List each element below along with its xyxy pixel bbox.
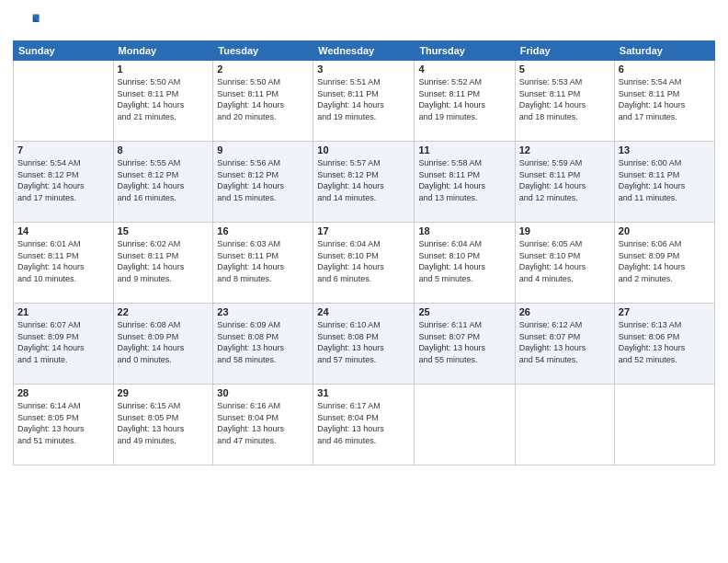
day-number: 12	[519, 144, 610, 155]
day-number: 14	[17, 225, 109, 236]
day-number: 26	[519, 306, 610, 317]
day-number: 3	[317, 63, 410, 75]
calendar-cell: 30Sunrise: 6:16 AMSunset: 8:04 PMDayligh…	[213, 385, 313, 465]
calendar-cell: 21Sunrise: 6:07 AMSunset: 8:09 PMDayligh…	[14, 304, 114, 385]
day-info: Sunrise: 6:01 AMSunset: 8:11 PMDaylight:…	[17, 238, 109, 284]
day-number: 5	[519, 63, 610, 75]
weekday-header-wednesday: Wednesday	[313, 41, 415, 61]
calendar-cell: 18Sunrise: 6:04 AMSunset: 8:10 PMDayligh…	[415, 223, 515, 304]
calendar-cell	[614, 385, 714, 465]
calendar-cell: 8Sunrise: 5:55 AMSunset: 8:12 PMDaylight…	[113, 142, 213, 223]
calendar-cell: 3Sunrise: 5:51 AMSunset: 8:11 PMDaylight…	[313, 61, 415, 142]
day-number: 1	[118, 63, 210, 75]
calendar-cell: 13Sunrise: 6:00 AMSunset: 8:11 PMDayligh…	[614, 142, 714, 223]
calendar-cell: 17Sunrise: 6:04 AMSunset: 8:10 PMDayligh…	[313, 223, 415, 304]
day-number: 10	[317, 144, 410, 155]
day-info: Sunrise: 5:58 AMSunset: 8:11 PMDaylight:…	[418, 157, 510, 203]
calendar-cell: 2Sunrise: 5:50 AMSunset: 8:11 PMDaylight…	[213, 61, 313, 142]
calendar-cell: 10Sunrise: 5:57 AMSunset: 8:12 PMDayligh…	[313, 142, 415, 223]
day-number: 24	[317, 306, 410, 317]
calendar-table: SundayMondayTuesdayWednesdayThursdayFrid…	[13, 40, 715, 465]
day-number: 18	[418, 225, 510, 236]
day-info: Sunrise: 6:06 AMSunset: 8:09 PMDaylight:…	[619, 238, 711, 284]
day-number: 6	[619, 63, 711, 75]
calendar-cell	[14, 61, 114, 142]
day-number: 25	[418, 306, 510, 317]
calendar-cell: 9Sunrise: 5:56 AMSunset: 8:12 PMDaylight…	[213, 142, 313, 223]
day-number: 29	[118, 387, 210, 398]
day-info: Sunrise: 5:54 AMSunset: 8:12 PMDaylight:…	[17, 157, 109, 203]
calendar-cell: 27Sunrise: 6:13 AMSunset: 8:06 PMDayligh…	[614, 304, 714, 385]
calendar-cell: 4Sunrise: 5:52 AMSunset: 8:11 PMDaylight…	[415, 61, 515, 142]
day-number: 21	[17, 306, 109, 317]
day-number: 30	[217, 387, 309, 398]
weekday-header-row: SundayMondayTuesdayWednesdayThursdayFrid…	[14, 41, 715, 61]
day-number: 20	[619, 225, 711, 236]
calendar-cell: 14Sunrise: 6:01 AMSunset: 8:11 PMDayligh…	[14, 223, 114, 304]
calendar-cell: 20Sunrise: 6:06 AMSunset: 8:09 PMDayligh…	[614, 223, 714, 304]
day-info: Sunrise: 6:17 AMSunset: 8:04 PMDaylight:…	[317, 400, 410, 446]
calendar-header: SundayMondayTuesdayWednesdayThursdayFrid…	[14, 41, 715, 61]
calendar-cell: 1Sunrise: 5:50 AMSunset: 8:11 PMDaylight…	[113, 61, 213, 142]
weekday-header-sunday: Sunday	[14, 41, 114, 61]
calendar-week-row: 14Sunrise: 6:01 AMSunset: 8:11 PMDayligh…	[14, 223, 715, 304]
calendar-cell: 23Sunrise: 6:09 AMSunset: 8:08 PMDayligh…	[213, 304, 313, 385]
day-number: 8	[118, 144, 210, 155]
day-info: Sunrise: 5:59 AMSunset: 8:11 PMDaylight:…	[519, 157, 610, 203]
calendar-cell	[515, 385, 614, 465]
day-info: Sunrise: 6:05 AMSunset: 8:10 PMDaylight:…	[519, 238, 610, 284]
day-info: Sunrise: 5:57 AMSunset: 8:12 PMDaylight:…	[317, 157, 410, 203]
day-number: 2	[217, 63, 309, 75]
day-info: Sunrise: 6:02 AMSunset: 8:11 PMDaylight:…	[118, 238, 210, 284]
day-info: Sunrise: 6:15 AMSunset: 8:05 PMDaylight:…	[118, 400, 210, 446]
day-number: 17	[317, 225, 410, 236]
calendar-week-row: 7Sunrise: 5:54 AMSunset: 8:12 PMDaylight…	[14, 142, 715, 223]
day-info: Sunrise: 6:12 AMSunset: 8:07 PMDaylight:…	[519, 319, 610, 365]
day-info: Sunrise: 5:53 AMSunset: 8:11 PMDaylight:…	[519, 76, 610, 122]
calendar-cell: 6Sunrise: 5:54 AMSunset: 8:11 PMDaylight…	[614, 61, 714, 142]
day-number: 31	[317, 387, 410, 398]
day-number: 19	[519, 225, 610, 236]
calendar-cell: 11Sunrise: 5:58 AMSunset: 8:11 PMDayligh…	[415, 142, 515, 223]
calendar-week-row: 28Sunrise: 6:14 AMSunset: 8:05 PMDayligh…	[14, 385, 715, 465]
calendar-cell: 26Sunrise: 6:12 AMSunset: 8:07 PMDayligh…	[515, 304, 614, 385]
calendar-week-row: 21Sunrise: 6:07 AMSunset: 8:09 PMDayligh…	[14, 304, 715, 385]
day-number: 11	[418, 144, 510, 155]
weekday-header-tuesday: Tuesday	[213, 41, 313, 61]
day-info: Sunrise: 5:52 AMSunset: 8:11 PMDaylight:…	[418, 76, 510, 122]
logo	[13, 9, 40, 35]
day-info: Sunrise: 6:11 AMSunset: 8:07 PMDaylight:…	[418, 319, 510, 365]
day-info: Sunrise: 6:03 AMSunset: 8:11 PMDaylight:…	[217, 238, 309, 284]
day-info: Sunrise: 6:08 AMSunset: 8:09 PMDaylight:…	[118, 319, 210, 365]
calendar-cell: 15Sunrise: 6:02 AMSunset: 8:11 PMDayligh…	[113, 223, 213, 304]
day-info: Sunrise: 6:07 AMSunset: 8:09 PMDaylight:…	[17, 319, 109, 365]
day-number: 23	[217, 306, 309, 317]
calendar-cell: 29Sunrise: 6:15 AMSunset: 8:05 PMDayligh…	[113, 385, 213, 465]
day-info: Sunrise: 5:50 AMSunset: 8:11 PMDaylight:…	[118, 76, 210, 122]
calendar-cell: 16Sunrise: 6:03 AMSunset: 8:11 PMDayligh…	[213, 223, 313, 304]
day-info: Sunrise: 5:56 AMSunset: 8:12 PMDaylight:…	[217, 157, 309, 203]
day-number: 27	[619, 306, 711, 317]
day-info: Sunrise: 6:13 AMSunset: 8:06 PMDaylight:…	[619, 319, 711, 365]
day-info: Sunrise: 5:54 AMSunset: 8:11 PMDaylight:…	[619, 76, 711, 122]
weekday-header-monday: Monday	[113, 41, 213, 61]
day-number: 22	[118, 306, 210, 317]
weekday-header-thursday: Thursday	[415, 41, 515, 61]
day-info: Sunrise: 6:10 AMSunset: 8:08 PMDaylight:…	[317, 319, 410, 365]
day-info: Sunrise: 6:09 AMSunset: 8:08 PMDaylight:…	[217, 319, 309, 365]
calendar-cell: 19Sunrise: 6:05 AMSunset: 8:10 PMDayligh…	[515, 223, 614, 304]
header	[13, 9, 715, 35]
day-info: Sunrise: 6:00 AMSunset: 8:11 PMDaylight:…	[619, 157, 711, 203]
day-number: 28	[17, 387, 109, 398]
day-info: Sunrise: 5:55 AMSunset: 8:12 PMDaylight:…	[118, 157, 210, 203]
calendar-cell: 12Sunrise: 5:59 AMSunset: 8:11 PMDayligh…	[515, 142, 614, 223]
calendar-cell: 5Sunrise: 5:53 AMSunset: 8:11 PMDaylight…	[515, 61, 614, 142]
day-number: 16	[217, 225, 309, 236]
day-number: 7	[17, 144, 109, 155]
day-number: 4	[418, 63, 510, 75]
day-info: Sunrise: 6:14 AMSunset: 8:05 PMDaylight:…	[17, 400, 109, 446]
day-info: Sunrise: 6:04 AMSunset: 8:10 PMDaylight:…	[418, 238, 510, 284]
weekday-header-saturday: Saturday	[614, 41, 714, 61]
calendar-cell: 25Sunrise: 6:11 AMSunset: 8:07 PMDayligh…	[415, 304, 515, 385]
day-info: Sunrise: 5:50 AMSunset: 8:11 PMDaylight:…	[217, 76, 309, 122]
